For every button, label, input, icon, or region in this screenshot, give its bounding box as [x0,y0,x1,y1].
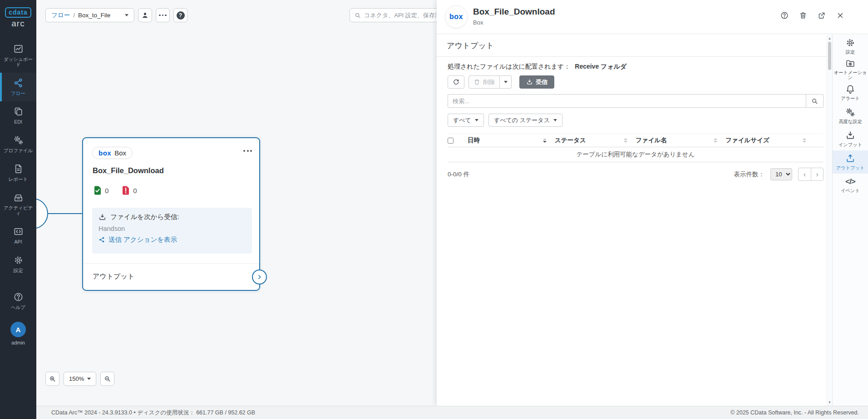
file-search-input[interactable] [448,95,806,107]
chevron-down-icon [553,119,557,121]
tab-alerts[interactable]: アラート [833,81,868,104]
sidebar-item-settings[interactable]: 設定 [0,250,36,279]
panel-scrollbar[interactable] [827,35,832,406]
scrollbar-thumb[interactable] [828,42,831,70]
receive-button[interactable]: 受信 [519,75,554,89]
chevron-down-icon [87,378,91,380]
sidebar-item-api[interactable]: API [0,221,36,250]
person-icon [141,11,149,19]
select-all-checkbox[interactable] [448,138,454,144]
logo-cdata: cdata [5,7,31,18]
zoom-in-button[interactable] [45,372,59,386]
help-button[interactable] [173,8,187,22]
node-title: Box_File_Download [93,166,164,175]
sidebar-item-profile[interactable]: プロファイル [0,130,36,159]
node-menu-button[interactable] [243,150,252,152]
sidebar-item-help[interactable]: ヘルプ [0,287,36,315]
zoom-controls: 150% [45,372,114,386]
copy-icon [13,106,24,117]
trash-icon [473,79,480,85]
box-logo: box [99,149,111,157]
gear-icon [13,255,24,265]
zoom-level-dropdown[interactable]: 150% [64,372,96,386]
column-header-filename[interactable]: ファイル名 [636,136,725,145]
filter-all-dropdown[interactable]: すべて [448,114,484,127]
receive-folder-value[interactable]: Receive フォルダ [575,63,626,70]
delete-connector-icon[interactable] [799,11,807,20]
delete-options-dropdown[interactable] [500,75,512,89]
success-count-badge[interactable]: 0 [94,186,108,195]
breadcrumb-root[interactable]: フロー [51,11,70,20]
user-name: admin [11,340,25,345]
double-gear-icon [845,107,855,117]
help-icon[interactable] [780,11,789,20]
scroll-down-arrow[interactable] [827,399,832,405]
error-count-badge[interactable]: 0 [122,186,137,195]
tab-events[interactable]: イベント [833,174,868,197]
tab-input[interactable]: インプット [833,127,868,150]
dashboard-icon [13,44,24,54]
previous-page-button[interactable] [798,168,811,181]
chevron-down-icon [504,81,508,83]
user-menu[interactable]: A admin [10,322,26,345]
refresh-icon [453,79,459,85]
sort-icon[interactable] [714,138,717,143]
breadcrumb-current: Box_to_File [78,12,110,19]
sidebar-item-report[interactable]: レポート [0,159,36,187]
user-avatar[interactable]: A [10,322,26,337]
activity-tray-icon [13,192,24,203]
sidebar-item-dashboard[interactable]: ダッシュボード [0,39,36,73]
connector-type-badge: box Box [92,147,133,159]
receive-source: Handson [99,225,246,232]
sidebar-item-activity[interactable]: アクティビティ [0,187,36,221]
tab-advanced-settings[interactable]: 高度な設定 [833,104,868,127]
tab-output[interactable]: アウトプット [833,150,868,174]
connector-node-box-file-download[interactable]: box Box Box_File_Download 0 0 ファイルを次から受信… [82,137,260,291]
zoom-out-button[interactable] [100,372,114,386]
node-output-expand-button[interactable] [252,269,267,284]
scroll-up-arrow[interactable] [827,35,832,41]
column-header-filesize[interactable]: ファイルサイズ [725,136,814,145]
gear-icon [845,38,855,48]
refresh-button[interactable] [448,75,464,89]
tab-settings[interactable]: 設定 [833,35,868,58]
connector-type-label: Box [114,149,126,157]
page-size-label: 表示件数： [734,170,765,179]
column-header-datetime[interactable]: 日時 [468,136,555,145]
zoom-out-icon [104,375,111,382]
user-permissions-button[interactable] [138,8,152,22]
download-tray-icon [99,213,106,221]
help-circle-icon [13,292,24,302]
filter-status-dropdown[interactable]: すべての ステータス [488,114,562,127]
question-icon [177,11,185,20]
node-output-label: アウトプット [93,272,134,281]
delete-files-button[interactable]: 削除 [469,75,500,89]
report-icon [13,164,24,174]
open-in-new-icon[interactable] [818,11,826,20]
folder-gear-icon [845,59,855,68]
connection-endpoint[interactable] [36,198,48,229]
tab-automation[interactable]: オートメーション [833,58,868,81]
show-send-actions-link[interactable]: 送信 アクションを表示 [99,235,246,244]
connector-detail-panel: box Box_File_Download Box アウトプット 処理されたファ… [437,0,868,406]
sidebar-item-edi[interactable]: EDI [0,101,36,130]
zoom-in-icon [49,375,56,382]
table-empty-message: テーブルに利用可能なデータがありません [448,147,824,162]
breadcrumb-separator: / [73,12,75,19]
flow-breadcrumb-dropdown[interactable]: フロー / Box_to_File [45,8,134,22]
close-icon[interactable] [836,11,844,20]
sidebar-item-flow[interactable]: フロー [0,73,36,101]
more-options-button[interactable] [156,8,170,22]
sort-desc-icon[interactable] [543,138,547,143]
panel-tab-strip: 設定 オートメーション アラート 高度な設定 インプット アウトプット イベント [832,35,868,406]
ellipsis-icon [159,15,167,16]
file-search-button[interactable] [806,95,823,107]
page-size-select[interactable]: 10 [770,168,792,180]
input-tray-icon [845,130,855,140]
file-search [448,94,824,108]
next-page-button[interactable] [811,168,824,181]
sort-icon[interactable] [624,138,627,143]
record-range-text: 0-0/0 件 [448,170,469,179]
column-header-status[interactable]: ステータス [555,136,636,145]
sort-icon[interactable] [803,138,806,143]
